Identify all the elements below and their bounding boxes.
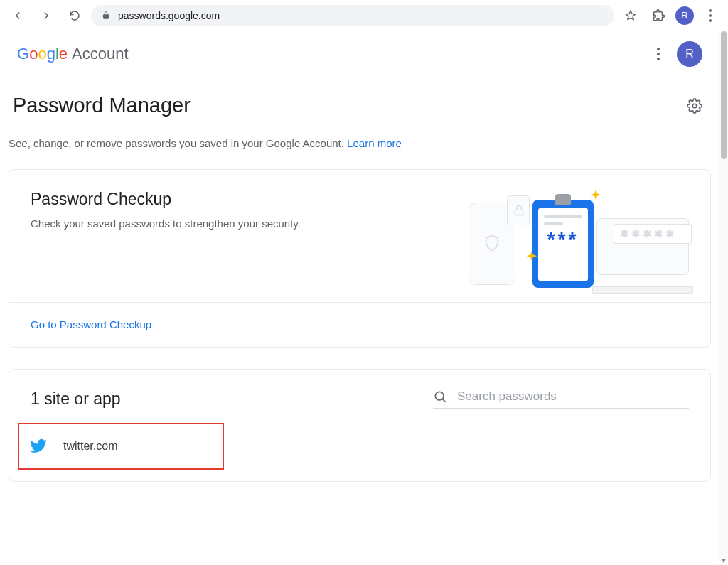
- scrollbar-thumb[interactable]: [721, 31, 727, 159]
- puzzle-icon: [653, 9, 665, 22]
- google-wordmark: Google: [17, 45, 68, 63]
- arrow-left-icon: [11, 9, 24, 22]
- forward-button[interactable]: [34, 4, 58, 28]
- url-text: passwords.google.com: [118, 10, 220, 21]
- product-name: Account: [72, 45, 129, 63]
- search-passwords-input[interactable]: [457, 389, 689, 404]
- reload-icon: [68, 9, 81, 22]
- checkup-illustration: ✱✱✱✱✱ ***: [447, 190, 689, 289]
- asterisks-icon: ***: [544, 230, 582, 249]
- page-description: See, change, or remove passwords you sav…: [0, 123, 719, 169]
- account-avatar[interactable]: R: [677, 41, 702, 67]
- app-menu-button[interactable]: [651, 48, 665, 60]
- password-checkup-card: Password Checkup Check your saved passwo…: [9, 169, 711, 348]
- laptop-base: [592, 286, 693, 294]
- description-text: See, change, or remove passwords you sav…: [9, 137, 347, 149]
- sparkle-icon: [524, 249, 540, 265]
- saved-sites-card: 1 site or app twitter.com: [9, 369, 711, 482]
- avatar-initial: R: [681, 10, 687, 21]
- svg-rect-1: [515, 210, 523, 215]
- google-account-logo[interactable]: Google Account: [17, 45, 129, 63]
- sites-count-label: 1 site or app: [31, 389, 121, 409]
- search-icon: [433, 389, 447, 404]
- star-icon: [624, 9, 637, 22]
- scroll-down-icon: ▼: [719, 556, 728, 565]
- lock-device-illustration: [507, 195, 530, 225]
- extensions-button[interactable]: [647, 4, 671, 28]
- address-bar[interactable]: passwords.google.com: [91, 5, 614, 26]
- page-scrollbar[interactable]: ▲ ▼: [719, 31, 728, 565]
- settings-button[interactable]: [687, 98, 702, 114]
- app-header: Google Account R: [0, 31, 719, 77]
- page-title: Password Manager: [13, 94, 191, 117]
- bookmark-button[interactable]: [619, 4, 643, 28]
- chrome-menu-button[interactable]: [698, 4, 722, 28]
- vertical-dots-icon: [703, 9, 717, 22]
- search-passwords-field[interactable]: [433, 389, 689, 409]
- shield-icon: [482, 232, 502, 254]
- avatar-initial: R: [685, 48, 694, 60]
- sparkle-icon: [588, 188, 604, 204]
- clipboard-illustration: ***: [532, 200, 594, 288]
- svg-point-2: [435, 392, 444, 400]
- site-name: twitter.com: [63, 440, 117, 453]
- arrow-right-icon: [40, 9, 53, 22]
- back-button[interactable]: [6, 4, 30, 28]
- svg-point-0: [692, 104, 697, 108]
- lock-icon: [512, 203, 526, 217]
- checkup-subtitle: Check your saved passwords to strengthen…: [31, 217, 433, 230]
- checkup-title: Password Checkup: [31, 190, 433, 209]
- browser-toolbar: passwords.google.com R: [0, 0, 728, 31]
- chrome-profile-avatar[interactable]: R: [675, 6, 694, 25]
- twitter-icon: [29, 437, 48, 456]
- learn-more-link[interactable]: Learn more: [347, 137, 402, 149]
- reload-button[interactable]: [63, 4, 87, 28]
- go-to-checkup-link[interactable]: Go to Password Checkup: [31, 318, 151, 330]
- page-content: Google Account R Password Manager See, c…: [0, 31, 719, 565]
- password-field-illustration: ✱✱✱✱✱: [614, 224, 692, 244]
- site-row-twitter[interactable]: twitter.com: [18, 423, 224, 470]
- lock-icon: [101, 11, 111, 21]
